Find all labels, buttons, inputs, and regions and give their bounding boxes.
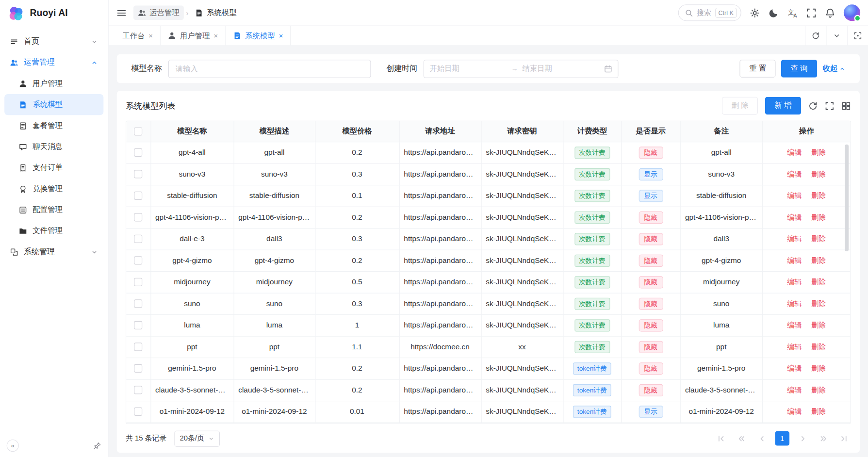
breadcrumb-system-model[interactable]: 系统模型 — [191, 5, 241, 20]
current-page-button[interactable]: 1 — [775, 431, 789, 446]
edit-link[interactable]: 编辑 — [787, 148, 802, 156]
delete-link[interactable]: 删除 — [811, 277, 826, 286]
billing-type-badge: 次数计费 — [574, 190, 610, 202]
tab-workbench[interactable]: 工作台 × — [115, 26, 161, 46]
delete-link[interactable]: 删除 — [811, 299, 826, 308]
last-page-button[interactable] — [836, 431, 851, 446]
model-name-input[interactable] — [168, 60, 371, 78]
edit-link[interactable]: 编辑 — [787, 191, 802, 199]
close-icon[interactable]: × — [214, 32, 218, 39]
query-button[interactable]: 查 询 — [781, 60, 817, 78]
row-checkbox[interactable] — [134, 364, 142, 373]
app-logo[interactable]: Ruoyi AI — [0, 0, 108, 27]
sidebar-collapse-button[interactable]: « — [7, 440, 19, 452]
column-settings-icon[interactable] — [841, 101, 851, 110]
row-checkbox[interactable] — [134, 213, 142, 222]
prev-group-button[interactable] — [734, 431, 749, 446]
row-checkbox[interactable] — [134, 300, 142, 308]
delete-link[interactable]: 删除 — [811, 148, 826, 156]
edit-link[interactable]: 编辑 — [787, 343, 802, 351]
batch-delete-button[interactable]: 删 除 — [722, 97, 758, 115]
page-size-select[interactable]: 20条/页 — [174, 430, 220, 446]
tab-user-management[interactable]: 用户管理 × — [161, 26, 226, 46]
breadcrumb-operations[interactable]: 运营管理 — [133, 5, 184, 20]
chevron-down-icon — [91, 248, 98, 256]
edit-link[interactable]: 编辑 — [787, 277, 802, 286]
sidebar-item-operations[interactable]: 运营管理 — [4, 52, 103, 73]
delete-link[interactable]: 删除 — [811, 256, 826, 264]
delete-link[interactable]: 删除 — [811, 321, 826, 329]
user-avatar[interactable] — [844, 4, 860, 21]
language-icon[interactable]: 文A — [787, 7, 798, 18]
edit-link[interactable]: 编辑 — [787, 299, 802, 308]
edit-link[interactable]: 编辑 — [787, 170, 802, 178]
edit-link[interactable]: 编辑 — [787, 364, 802, 372]
request-url-cell: https://docmee.cn — [399, 336, 481, 358]
edit-link[interactable]: 编辑 — [787, 386, 802, 394]
model-desc-cell: dall3 — [234, 228, 315, 249]
row-checkbox[interactable] — [134, 192, 142, 200]
tab-system-model[interactable]: 系统模型 × — [226, 26, 291, 46]
edit-link[interactable]: 编辑 — [787, 407, 802, 415]
prev-page-button[interactable] — [754, 431, 769, 446]
model-price-cell: 0.2 — [315, 207, 399, 228]
add-button[interactable]: 新 增 — [765, 97, 801, 115]
delete-link[interactable]: 删除 — [811, 386, 826, 394]
row-checkbox[interactable] — [134, 343, 142, 351]
sidebar-item-user-management[interactable]: 用户管理 — [4, 73, 103, 94]
pin-icon[interactable] — [93, 441, 101, 450]
sidebar-item-file-management[interactable]: 文件管理 — [4, 220, 103, 241]
next-group-button[interactable] — [816, 431, 831, 446]
row-checkbox[interactable] — [134, 148, 142, 157]
row-checkbox[interactable] — [134, 386, 142, 394]
global-search[interactable]: 搜索 Ctrl K — [678, 4, 741, 21]
select-all-checkbox[interactable] — [134, 128, 142, 136]
sidebar-item-system-model[interactable]: 系统模型 — [4, 94, 103, 115]
row-checkbox[interactable] — [134, 321, 142, 329]
sidebar-item-redeem-management[interactable]: 兑换管理 — [4, 178, 103, 199]
refresh-tab-icon[interactable] — [805, 26, 826, 46]
refresh-icon[interactable] — [808, 101, 818, 110]
collapse-filter-link[interactable]: 收起 — [823, 64, 846, 74]
row-checkbox[interactable] — [134, 170, 142, 179]
dark-mode-icon[interactable] — [769, 7, 779, 18]
edit-link[interactable]: 编辑 — [787, 234, 802, 243]
delete-link[interactable]: 删除 — [811, 213, 826, 221]
tab-menu-icon[interactable] — [826, 26, 847, 46]
sidebar-item-payment-orders[interactable]: 支付订单 — [4, 157, 103, 178]
delete-link[interactable]: 删除 — [811, 170, 826, 178]
first-page-button[interactable] — [714, 431, 728, 446]
table-fullscreen-icon[interactable] — [825, 101, 834, 110]
sidebar-item-chat-messages[interactable]: 聊天消息 — [4, 136, 103, 157]
reset-button[interactable]: 重 置 — [740, 60, 776, 78]
sidebar-item-home[interactable]: 首页 — [4, 31, 103, 52]
delete-link[interactable]: 删除 — [811, 234, 826, 243]
notifications-icon[interactable] — [825, 7, 835, 18]
delete-link[interactable]: 删除 — [811, 343, 826, 351]
edit-link[interactable]: 编辑 — [787, 256, 802, 264]
row-checkbox[interactable] — [134, 408, 142, 416]
content-fullscreen-icon[interactable] — [847, 26, 868, 46]
date-range-picker[interactable]: 开始日期 → 结束日期 — [424, 60, 619, 78]
delete-link[interactable]: 删除 — [811, 191, 826, 199]
vertical-scrollbar[interactable] — [845, 145, 849, 251]
gear-icon[interactable] — [750, 7, 760, 18]
row-checkbox[interactable] — [134, 257, 142, 265]
row-checkbox[interactable] — [134, 235, 142, 243]
sidebar-item-system-management[interactable]: 系统管理 — [4, 241, 103, 262]
sidebar-item-package-management[interactable]: 套餐管理 — [4, 115, 103, 136]
delete-link[interactable]: 删除 — [811, 407, 826, 415]
delete-link[interactable]: 删除 — [811, 364, 826, 372]
menu-toggle-icon[interactable] — [116, 7, 127, 18]
remark-cell: dall3 — [680, 228, 762, 249]
close-icon[interactable]: × — [148, 32, 153, 39]
edit-link[interactable]: 编辑 — [787, 321, 802, 329]
request-key-cell: sk-JIUQLNndqSeKWU... — [481, 314, 563, 336]
sidebar-item-config-management[interactable]: 配置管理 — [4, 199, 103, 220]
edit-link[interactable]: 编辑 — [787, 213, 802, 221]
fullscreen-icon[interactable] — [806, 7, 817, 18]
row-checkbox[interactable] — [134, 278, 142, 286]
close-icon[interactable]: × — [279, 32, 283, 39]
model-price-cell: 0.5 — [315, 271, 399, 293]
next-page-button[interactable] — [796, 431, 810, 446]
